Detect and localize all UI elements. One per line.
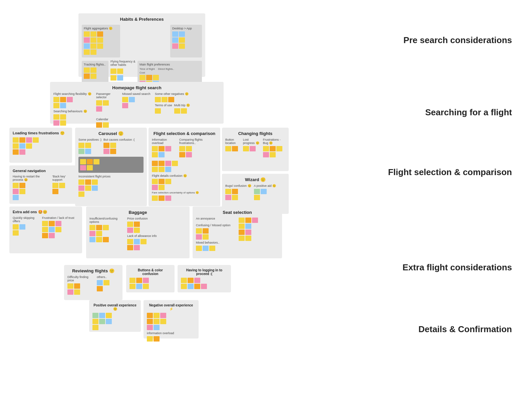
gen-nav-back-label: 'Back key' support bbox=[52, 175, 73, 181]
flight-sel-card: Flight selection & comparison Informatio… bbox=[149, 128, 220, 206]
reviewing-others-label: others.. bbox=[97, 275, 113, 279]
seat-selection-title: Seat selection bbox=[196, 210, 279, 215]
changing-flights-title: Changing flights bbox=[225, 131, 285, 136]
baggage-card: Baggage Insufficient/confusing options P… bbox=[86, 207, 190, 258]
homepage-flexibility-label: Flight searching flexibility 🙂 bbox=[53, 92, 93, 96]
addons-skipping-label: Quickly skipping offers bbox=[13, 216, 39, 223]
homepage-negatives-label: Some other negatives 🙂 bbox=[155, 92, 220, 96]
positive-card: Positive overall experience 🙂 bbox=[89, 300, 141, 332]
changing-progress-label: Lost progress 🙂 bbox=[243, 138, 261, 145]
habits-main-prefs-label: Main flight preferences bbox=[140, 63, 200, 66]
habits-title: Habits & Preferences bbox=[82, 17, 202, 22]
flight-sel-details-label: Flight details confusion 🙂 bbox=[152, 174, 217, 177]
buttons-title: Buttons & color confusion bbox=[129, 268, 171, 276]
addons-frustration-label: Frustration / lack of trust bbox=[42, 216, 79, 220]
seat-confusing-label: Confusing / Missed option bbox=[196, 224, 236, 227]
homepage-missed-label: Missed saved search bbox=[122, 92, 152, 96]
homepage-terms-label: Terms of use bbox=[155, 104, 172, 107]
carousel-card: Carousel 🙂 Some positives :) But causes … bbox=[75, 128, 147, 206]
homepage-searching-label: Searching behaviours 🙂 bbox=[53, 110, 93, 113]
wizard-bugs-label: Bugs/ confusion 🙂 bbox=[225, 184, 251, 187]
homepage-passenger-label: Passenger selector bbox=[96, 92, 119, 99]
extra-addons-title: Extra add ons 🤩😊 bbox=[13, 210, 79, 214]
gen-nav-restart-label: Having to restart the process 😊 bbox=[13, 175, 49, 181]
section-label-details: Details & Confirmation bbox=[419, 324, 512, 335]
baggage-insufficient-label: Insufficient/confusing options bbox=[89, 217, 124, 224]
positive-title: Positive overall experience 🙂 bbox=[92, 303, 138, 311]
loading-card: Loading times frustrations 🙂 bbox=[9, 128, 72, 163]
section-label-flight-selection: Flight selection & comparison bbox=[388, 167, 512, 177]
reviewing-difficulty-label: Difficulty finding price bbox=[67, 275, 94, 282]
negative-card: Negative overall experience ⚡ informatio… bbox=[144, 300, 199, 339]
section-label-pre-search: Pre search considerations bbox=[404, 35, 512, 45]
habits-card: Habits & Preferences Flight aggregators … bbox=[78, 13, 205, 77]
wizard-positive-label: A positive aid 🙂 bbox=[254, 184, 276, 187]
homepage-card: Homepage flight search Flight searching … bbox=[50, 82, 224, 124]
flight-sel-comparing-label: Comparing flights frustrations.. bbox=[179, 138, 217, 145]
negative-overload-label: information overload bbox=[147, 331, 195, 335]
seat-annoyance-label: An annoyance bbox=[196, 217, 236, 220]
section-label-searching: Searching for a flight bbox=[425, 107, 512, 118]
section-label-extra-flight: Extra flight considerations bbox=[403, 262, 512, 273]
login-card: Having to logging in to proceed :( bbox=[178, 265, 231, 292]
negative-title: Negative overall experience ⚡ bbox=[147, 303, 195, 311]
wizard-title: Wizard 🙂 bbox=[225, 177, 285, 182]
carousel-title: Carousel 🙂 bbox=[78, 131, 144, 136]
main-container: Pre search considerations Searching for … bbox=[0, 0, 532, 400]
seat-mixed-label: Mixed behaviors.. bbox=[196, 241, 236, 244]
habits-time-label: Time of flight bbox=[140, 68, 155, 71]
seat-selection-card: Seat selection An annoyance Confusing / … bbox=[193, 207, 282, 258]
general-nav-title: General navigation bbox=[13, 169, 73, 173]
habits-flying-freq-label: Flying frequency & other habits bbox=[110, 60, 136, 66]
baggage-title: Baggage bbox=[89, 210, 186, 215]
habits-tracking-label: Tracking flights.. bbox=[84, 63, 106, 66]
general-nav-card: General navigation Having to restart the… bbox=[9, 165, 76, 204]
habits-desktop-label: Desktop > App bbox=[172, 27, 200, 30]
homepage-title: Homepage flight search bbox=[53, 85, 220, 90]
flight-sel-fare-label: Fare selection-uncertainty of options 🙂 bbox=[152, 191, 217, 194]
reviewing-title: Reviewing flights 🙂 bbox=[67, 268, 119, 273]
carousel-inconsistent-label: Inconsistent flight prices bbox=[78, 175, 144, 178]
habits-cost-label: Cost bbox=[140, 71, 200, 74]
loading-title: Loading times frustrations 🙂 bbox=[13, 131, 69, 135]
login-title: Having to logging in to proceed :( bbox=[181, 268, 228, 276]
changing-frustrations-label: Frustrations - Bug 🙂 bbox=[263, 138, 285, 145]
reviewing-card: Reviewing flights 🙂 Difficulty finding p… bbox=[64, 265, 122, 300]
carousel-confusion-label: But causes confusion :( bbox=[103, 138, 135, 141]
habits-direct-label: Direct flights.. bbox=[158, 68, 174, 71]
carousel-positives-label: Some positives :) bbox=[78, 138, 101, 141]
extra-addons-card: Extra add ons 🤩😊 Quickly skipping offers… bbox=[9, 207, 82, 253]
buttons-card: Buttons & color confusion bbox=[126, 265, 175, 292]
changing-button-label: Button location bbox=[225, 138, 241, 145]
homepage-calendar-label: Calendar bbox=[96, 118, 119, 121]
flight-sel-title: Flight selection & comparison bbox=[152, 131, 217, 136]
changing-flights-card: Changing flights Button location Lost pr… bbox=[222, 128, 289, 171]
flight-sel-overload-label: Information overload bbox=[152, 138, 177, 145]
homepage-multitrip-label: Multi trip 🙂 bbox=[174, 104, 190, 107]
baggage-price-label: Price confusion bbox=[127, 217, 186, 220]
habits-aggregators-label: Flight aggregators 🙂 bbox=[84, 27, 118, 30]
baggage-allowance-label: Lack of allowance info bbox=[127, 234, 186, 238]
